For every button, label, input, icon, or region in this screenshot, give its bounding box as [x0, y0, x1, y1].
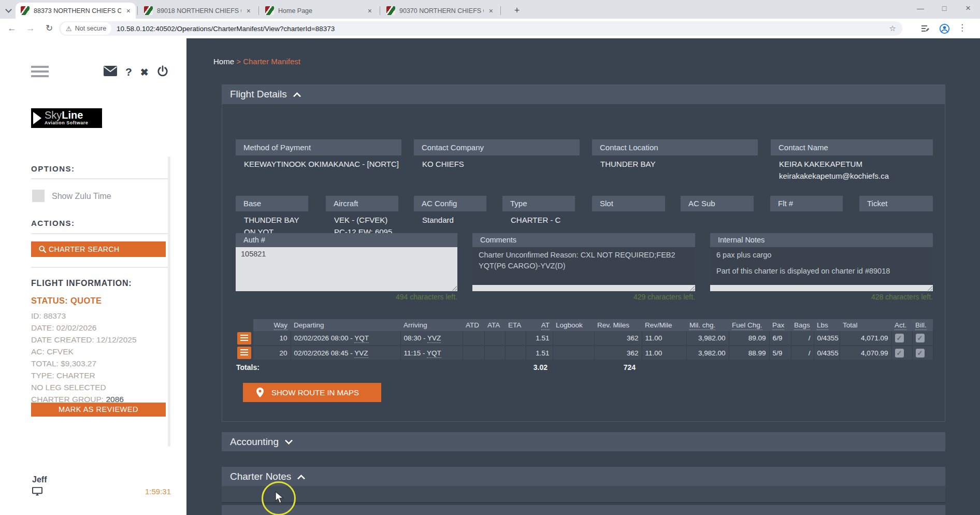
textarea-scrollbar[interactable] [472, 285, 695, 291]
airport-code-link[interactable]: YVZ [354, 349, 368, 358]
textarea-scrollbar[interactable] [710, 285, 933, 291]
field-label-comments: Comments [472, 233, 695, 247]
bookmark-star-icon[interactable]: ☆ [889, 24, 896, 33]
cell-eta [505, 346, 526, 360]
accounting-section-header[interactable]: Accounting [222, 432, 945, 451]
tab-title: 90370 NORTHERN CHIEFS Chrt [399, 7, 484, 15]
auth-number-textarea[interactable]: Auth # 105821 [236, 247, 457, 291]
show-zulu-label: Show Zulu Time [52, 192, 111, 201]
divider [31, 178, 170, 179]
info-no-leg: NO LEG SELECTED [31, 381, 137, 393]
tab-close-icon[interactable]: × [363, 7, 372, 15]
leg-menu-button[interactable] [237, 347, 251, 359]
logo-arrow-icon [33, 112, 41, 124]
cell-bags: / [791, 346, 814, 360]
divider [31, 267, 170, 268]
resize-handle[interactable] [927, 285, 932, 291]
tab-title: Home Page [278, 7, 312, 15]
show-route-in-maps-button[interactable]: SHOW ROUTE IN MAPS [243, 383, 381, 402]
browser-tab-2[interactable]: 89018 NORTHERN CHIEFS Chrt × [139, 3, 256, 19]
field-label-aircraft: Aircraft [326, 196, 398, 211]
browser-tab-3[interactable]: Home Page × [260, 3, 377, 19]
browser-tab-1[interactable]: 88373 NORTHERN CHIEFS Chrt × [16, 3, 136, 19]
session-timer: 1:59:31 [145, 487, 171, 496]
col-atd: ATD [463, 319, 484, 331]
sidebar-scrollbar[interactable] [168, 156, 170, 447]
messages-icon[interactable] [104, 66, 117, 78]
field-label-ac-sub: AC Sub [681, 196, 754, 211]
browser-tabstrip: 88373 NORTHERN CHIEFS Chrt × 89018 NORTH… [0, 0, 980, 19]
window-close-button[interactable]: × [956, 0, 980, 18]
act-checkbox[interactable]: ✓ [895, 334, 904, 342]
bill-checkbox[interactable]: ✓ [916, 334, 925, 342]
charter-search-button[interactable]: CHARTER SEARCH [31, 241, 166, 257]
internal-notes-chars-left: 428 characters left. [710, 293, 933, 301]
charter-notes-body [222, 486, 945, 503]
info-total: TOTAL: $9,303.27 [31, 357, 137, 369]
back-icon[interactable]: ← [5, 22, 19, 35]
skyline-favicon [144, 6, 153, 15]
window-maximize-button[interactable]: □ [932, 0, 956, 18]
airport-code-link[interactable]: YQT [427, 349, 441, 358]
cell-logbook [553, 346, 594, 360]
tab-separator [137, 6, 138, 15]
resize-handle[interactable] [451, 285, 457, 291]
window-minimize-button[interactable]: — [909, 0, 932, 18]
new-tab-button[interactable]: + [510, 4, 524, 18]
close-icon[interactable]: ✖ [140, 66, 149, 78]
profile-avatar-icon[interactable] [939, 23, 950, 36]
hamburger-menu-icon[interactable] [31, 66, 49, 80]
field-label-ticket: Ticket [859, 196, 933, 211]
logo-subtitle: Aviation Software [45, 120, 99, 125]
resize-handle[interactable] [689, 285, 695, 291]
bill-checkbox[interactable]: ✓ [916, 349, 925, 357]
actions-header: ACTIONS: [31, 219, 75, 227]
airport-code-link[interactable]: YQT [354, 334, 369, 343]
next-section-bar [222, 505, 945, 515]
collapse-chevron-icon [293, 92, 301, 101]
comments-textarea[interactable]: Comments Charter Unconfirmed Reason: CXL… [472, 247, 695, 291]
side-panel-icon[interactable] [920, 23, 930, 36]
cell-ata [484, 331, 505, 346]
security-chip[interactable]: ⚠ Not secure [61, 22, 111, 35]
cell-arriving: 11:15 - YQT [400, 346, 463, 360]
status-line: STATUS: QUOTE [31, 296, 102, 306]
logout-power-icon[interactable] [157, 65, 168, 79]
cell-fuel-chg: 89.09 [729, 331, 769, 346]
browser-tab-4[interactable]: 90370 NORTHERN CHIEFS Chrt × [381, 3, 498, 19]
show-zulu-checkbox[interactable] [32, 190, 45, 202]
browser-menu-icon[interactable]: ⋮ [958, 22, 967, 33]
breadcrumb-home-link[interactable]: Home [213, 57, 234, 66]
act-checkbox[interactable]: ✓ [895, 349, 904, 357]
tab-close-icon[interactable]: × [484, 7, 493, 15]
help-icon[interactable]: ? [125, 66, 132, 78]
cell-rev-miles: 362 [594, 346, 642, 360]
airport-code-link[interactable]: YVZ [427, 334, 441, 343]
search-icon [38, 245, 47, 253]
address-bar[interactable]: ⚠ Not secure 10.58.0.102:40502/Operation… [59, 21, 902, 36]
internal-notes-textarea[interactable]: Internal Notes 6 pax plus cargo Part of … [710, 247, 933, 291]
leg-menu-button[interactable] [237, 332, 251, 345]
flight-details-panel: Flight Details Method of Payment Contact… [222, 84, 945, 422]
col-lbs: Lbs [814, 319, 840, 331]
mark-as-reviewed-button[interactable]: MARK AS REVIEWED [31, 403, 166, 417]
flight-details-header[interactable]: Flight Details [222, 84, 945, 104]
reload-icon[interactable]: ↻ [42, 22, 56, 35]
tab-close-icon[interactable]: × [121, 7, 131, 15]
tab-list-caret-icon[interactable] [5, 6, 12, 13]
col-ata: ATA [484, 319, 505, 331]
forward-icon[interactable]: → [24, 22, 37, 35]
tab-close-icon[interactable]: × [241, 7, 251, 15]
cell-bags: / [791, 331, 814, 346]
charter-notes-section-header[interactable]: Charter Notes [222, 467, 945, 486]
field-label-slot: Slot [592, 196, 665, 211]
col-bill: Bill. [912, 319, 933, 331]
cell-pax: 6/9 [769, 331, 791, 346]
leg-row-1: 10 02/02/2026 08:00 - YQT 08:30 - YVZ 1.… [236, 331, 933, 346]
col-logbook: Logbook [553, 319, 594, 331]
col-way: Way [253, 319, 291, 331]
totals-rev-miles: 724 [598, 363, 636, 371]
cell-way: 20 [253, 346, 291, 360]
field-value-ac-config: Standard [414, 214, 454, 226]
browser-toolbar: ← → ↻ ⚠ Not secure 10.58.0.102:40502/Ope… [0, 19, 980, 38]
